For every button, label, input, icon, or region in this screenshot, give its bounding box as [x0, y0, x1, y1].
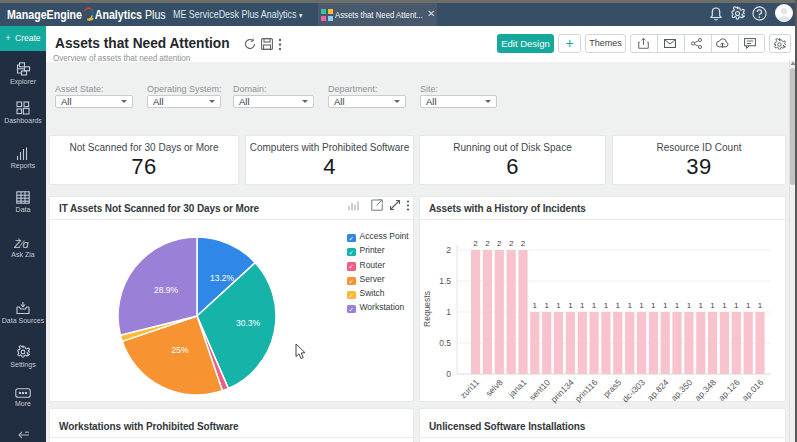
svg-text:2: 2 [509, 239, 514, 248]
svg-text:1: 1 [675, 301, 680, 310]
svg-text:1: 1 [699, 301, 704, 310]
svg-text:Requests: Requests [422, 291, 432, 327]
svg-text:28.9%: 28.9% [154, 285, 179, 295]
svg-text:1: 1 [663, 301, 668, 310]
svg-text:zuri11: zuri11 [458, 377, 481, 400]
svg-text:1: 1 [544, 301, 549, 310]
svg-text:0: 0 [446, 369, 451, 379]
svg-text:1: 1 [556, 301, 561, 310]
svg-text:1: 1 [746, 301, 751, 310]
svg-text:1: 1 [592, 301, 597, 310]
svg-text:1: 1 [710, 301, 715, 310]
svg-text:1: 1 [651, 301, 656, 310]
svg-text:13.2%: 13.2% [210, 273, 235, 283]
svg-text:2: 2 [473, 239, 478, 248]
svg-text:ap.016: ap.016 [740, 377, 766, 403]
svg-text:sent10: sent10 [527, 377, 552, 402]
svg-text:1: 1 [758, 301, 763, 310]
svg-text:1: 1 [722, 301, 727, 310]
svg-text:1: 1 [627, 301, 632, 310]
svg-text:prin116: prin116 [573, 377, 600, 404]
svg-text:1.5: 1.5 [439, 276, 451, 286]
svg-text:0.5: 0.5 [439, 338, 451, 348]
svg-text:1: 1 [616, 301, 621, 310]
svg-text:ap.350: ap.350 [669, 377, 695, 403]
svg-text:jana1: jana1 [506, 377, 529, 400]
svg-text:2: 2 [446, 245, 451, 255]
svg-text:2: 2 [521, 239, 526, 248]
svg-text:2: 2 [497, 239, 502, 248]
svg-text:1: 1 [687, 301, 692, 310]
svg-text:1: 1 [446, 307, 451, 317]
svg-text:dc-i303: dc-i303 [620, 377, 647, 404]
svg-text:ap.824: ap.824 [645, 377, 671, 403]
svg-text:1: 1 [580, 301, 585, 310]
svg-text:ap.126: ap.126 [716, 377, 742, 403]
svg-text:1: 1 [639, 301, 644, 310]
svg-text:Z̀∕ɑ: Z̀∕ɑ [14, 238, 29, 250]
svg-text:1: 1 [734, 301, 739, 310]
svg-text:1: 1 [604, 301, 609, 310]
svg-text:ap.348: ap.348 [693, 377, 719, 403]
svg-text:30.3%: 30.3% [236, 318, 261, 328]
svg-text:2: 2 [485, 239, 490, 248]
svg-text:selv8: selv8 [484, 377, 505, 398]
svg-text:prin134: prin134 [549, 377, 576, 404]
svg-text:1: 1 [568, 301, 573, 310]
svg-text:1: 1 [533, 301, 538, 310]
svg-text:25%: 25% [171, 345, 188, 355]
